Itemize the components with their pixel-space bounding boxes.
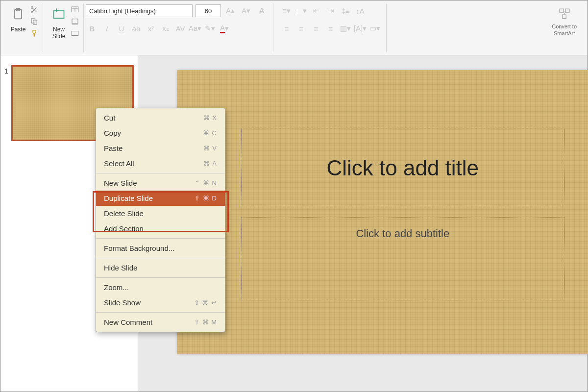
highlight-color-button[interactable]: ✎▾ [203, 22, 216, 35]
format-painter-icon[interactable] [30, 29, 39, 38]
clear-format-icon[interactable]: A̷ [255, 4, 268, 17]
align-right-button[interactable]: ≡ [310, 22, 322, 35]
svg-rect-12 [560, 9, 564, 13]
columns-button[interactable]: ▥▾ [339, 22, 352, 35]
paragraph-group: ≡▾ ≣▾ ⇤ ⇥ ‡≡ ↕A ≡ ≡ ≡ ≡ ▥▾ [A]▾ ▭▾ [275, 3, 387, 52]
clipboard-icon [10, 5, 26, 23]
ctx-duplicate-slide[interactable]: Duplicate Slide⇧ ⌘ D [96, 191, 225, 206]
convert-smartart-button[interactable]: Convert to SmartArt [550, 5, 579, 39]
increase-indent-button[interactable]: ⇥ [324, 4, 337, 17]
svg-rect-14 [562, 15, 566, 19]
text-box-button[interactable]: ▭▾ [368, 22, 381, 35]
ctx-paste[interactable]: Paste⌘ V [96, 141, 225, 156]
svg-rect-13 [565, 9, 569, 13]
new-slide-button[interactable]: New Slide [49, 3, 69, 42]
ctx-copy[interactable]: Copy⌘ C [96, 125, 225, 141]
ctx-add-section[interactable]: Add Section [96, 221, 225, 236]
powerpoint-app: Paste New Slide [0, 0, 588, 392]
svg-rect-6 [54, 11, 64, 18]
clipboard-group: Paste [4, 3, 43, 52]
justify-button[interactable]: ≡ [324, 22, 337, 35]
title-placeholder[interactable]: Click to add title [241, 129, 564, 207]
smartart-icon [557, 7, 572, 20]
paste-button[interactable]: Paste [8, 3, 28, 38]
char-spacing-button[interactable]: AV [174, 22, 187, 35]
ctx-format-background[interactable]: Format Background... [96, 241, 225, 256]
bold-button[interactable]: B [86, 22, 98, 35]
layout-icon[interactable] [71, 5, 79, 14]
strike-button[interactable]: ab [130, 22, 143, 35]
change-case-button[interactable]: Aa▾ [189, 22, 201, 35]
reset-icon[interactable] [71, 17, 79, 26]
italic-button[interactable]: I [100, 22, 113, 35]
align-text-button[interactable]: [A]▾ [354, 22, 367, 35]
ctx-new-slide[interactable]: New Slide⌃ ⌘ N [96, 175, 225, 191]
ctx-zoom[interactable]: Zoom... [96, 280, 225, 295]
ctx-slide-show[interactable]: Slide Show⇧ ⌘ ↩ [96, 295, 225, 310]
ctx-separator [96, 277, 225, 278]
ctx-delete-slide[interactable]: Delete Slide [96, 206, 225, 221]
copy-icon[interactable] [30, 17, 39, 26]
ribbon: Paste New Slide [0, 0, 588, 55]
font-group: A▴ A▾ A̷ B I U ab x² x₂ AV Aa▾ ✎▾ A▾ [86, 3, 273, 52]
ctx-separator [96, 312, 225, 313]
slides-group: New Slide [45, 3, 84, 52]
new-slide-label: New Slide [52, 26, 66, 40]
text-direction-button[interactable]: ↕A [354, 4, 367, 17]
subtitle-placeholder-text: Click to add subtitle [356, 227, 449, 240]
cut-icon[interactable] [30, 5, 39, 14]
title-placeholder-text: Click to add title [327, 156, 479, 180]
new-slide-icon [51, 5, 67, 23]
workspace: 1 Click to add title Click to add subtit… [0, 55, 588, 392]
ctx-cut[interactable]: Cut⌘ X [96, 110, 225, 125]
font-color-button[interactable]: A▾ [218, 22, 231, 35]
paste-label: Paste [11, 26, 26, 33]
svg-rect-11 [72, 31, 78, 36]
smartart-group: Convert to SmartArt [545, 3, 584, 39]
increase-font-icon[interactable]: A▴ [224, 4, 237, 17]
subtitle-placeholder[interactable]: Click to add subtitle [241, 217, 564, 300]
context-menu: Cut⌘ X Copy⌘ C Paste⌘ V Select All⌘ A Ne… [96, 108, 225, 332]
svg-rect-10 [72, 19, 78, 24]
ctx-hide-slide[interactable]: Hide Slide [96, 260, 225, 275]
numbering-button[interactable]: ≣▾ [295, 4, 308, 17]
bullets-button[interactable]: ≡▾ [280, 4, 293, 17]
underline-button[interactable]: U [115, 22, 128, 35]
convert-label: Convert to SmartArt [552, 23, 577, 37]
ctx-separator [96, 258, 225, 258]
subscript-button[interactable]: x₂ [159, 22, 172, 35]
ctx-separator [96, 238, 225, 239]
superscript-button[interactable]: x² [145, 22, 157, 35]
font-name-select[interactable] [86, 4, 193, 17]
line-spacing-button[interactable]: ‡≡ [339, 4, 352, 17]
ctx-new-comment[interactable]: New Comment⇧ ⌘ M [96, 315, 225, 330]
align-center-button[interactable]: ≡ [295, 22, 308, 35]
decrease-indent-button[interactable]: ⇤ [310, 4, 322, 17]
align-left-button[interactable]: ≡ [280, 22, 293, 35]
slide-canvas[interactable]: Click to add title Click to add subtitle [177, 70, 588, 354]
font-size-select[interactable] [196, 4, 221, 17]
ctx-separator [96, 173, 225, 173]
slide-number: 1 [4, 65, 8, 75]
ctx-select-all[interactable]: Select All⌘ A [96, 156, 225, 171]
section-icon[interactable] [71, 29, 79, 38]
decrease-font-icon[interactable]: A▾ [240, 4, 252, 17]
